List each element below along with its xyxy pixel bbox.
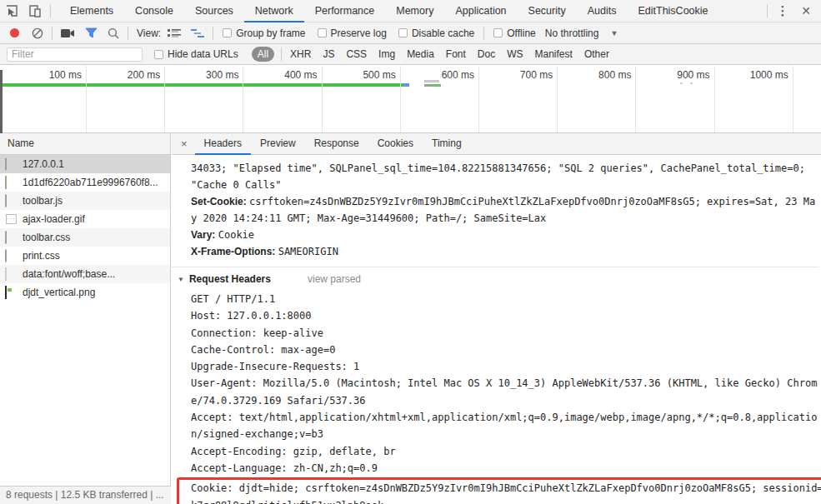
timeline-gridline (86, 66, 87, 132)
filter-type-js[interactable]: JS (323, 48, 334, 60)
divider (767, 4, 768, 17)
image-glyph (5, 176, 7, 189)
capture-screenshots-icon[interactable] (61, 28, 75, 38)
details-tabbar: × HeadersPreviewResponseCookiesTiming (172, 133, 821, 155)
record-icon[interactable] (10, 28, 19, 37)
request-name: print.css (23, 250, 60, 262)
request-name: toolbar.js (23, 195, 63, 207)
preserve-log-checkbox[interactable] (318, 28, 327, 37)
timeline-gridline (400, 66, 401, 132)
details-tab-timing[interactable]: Timing (423, 133, 471, 155)
inspect-element-icon[interactable] (0, 0, 23, 22)
filter-type-manifest[interactable]: Manifest (535, 48, 573, 60)
timeline-gridline (243, 66, 243, 132)
filter-input[interactable] (7, 47, 143, 62)
details-tab-preview[interactable]: Preview (251, 133, 305, 155)
request-name: 1d1df6220ab711e9996760f8... (23, 177, 158, 188)
tab-editthiscookie[interactable]: EditThisCookie (627, 0, 718, 22)
divider (483, 27, 484, 40)
request-header-line: User-Agent: Mozilla/5.0 (Macintosh; Inte… (191, 375, 819, 409)
response-header-line: Set-Cookie: csrftoken=z4sDnWBZDz5Y9zIvr0… (191, 193, 819, 227)
network-overview-timeline[interactable]: 100 ms200 ms300 ms400 ms500 ms600 ms700 … (0, 66, 821, 133)
show-overview-icon[interactable] (191, 28, 204, 38)
triangle-down-icon[interactable]: ▼ (178, 276, 184, 283)
request-row-toolbar-css[interactable]: toolbar.css (0, 228, 170, 247)
timeline-tick-label: 900 ms (645, 69, 710, 81)
throttling-select[interactable]: No throttling ▼ (545, 27, 618, 39)
group-by-frame-checkbox[interactable] (223, 28, 232, 37)
request-header-line: Cookie: djdt=hide; csrftoken=z4sDnWBZDz5… (191, 480, 821, 504)
filter-type-font[interactable]: Font (446, 48, 466, 60)
image-icon (5, 177, 18, 189)
tab-performance[interactable]: Performance (304, 0, 386, 22)
timeline-gridline (322, 66, 323, 132)
response-header-line: X-Frame-Options: SAMEORIGIN (191, 243, 819, 260)
request-row-127-0-0-1[interactable]: 127.0.0.1 (0, 155, 170, 173)
request-headers-section-header: ▼ Request Headers view parsed (178, 267, 819, 291)
request-details-pane: × HeadersPreviewResponseCookiesTiming 34… (172, 133, 821, 504)
details-tab-response[interactable]: Response (305, 133, 368, 155)
divider (281, 47, 282, 61)
details-tab-headers[interactable]: Headers (195, 133, 251, 155)
name-column-header[interactable]: Name (0, 133, 170, 155)
hide-data-urls-checkbox[interactable] (154, 50, 163, 59)
request-headers-title[interactable]: Request Headers (189, 273, 271, 285)
request-name: djdt_vertical.png (23, 287, 95, 298)
filter-type-css[interactable]: CSS (346, 48, 367, 60)
request-row-print-css[interactable]: print.css (0, 247, 170, 265)
filter-type-all[interactable]: All (252, 47, 274, 62)
request-name: toolbar.css (23, 232, 70, 243)
overview-small-bar-bottom (424, 84, 441, 87)
details-tab-cookies[interactable]: Cookies (368, 133, 423, 155)
offline-checkbox[interactable] (493, 28, 503, 37)
more-options-icon[interactable]: ⋮ (771, 0, 794, 22)
header-value: csrftoken=z4sDnWBZDz5Y9zIvr0mI9hJBmCciPu… (191, 196, 815, 224)
clear-icon[interactable] (32, 27, 43, 39)
view-parsed-toggle[interactable]: view parsed (308, 273, 361, 285)
request-row-data-font-woff-base[interactable]: data:font/woff;base... (0, 265, 170, 283)
tab-console[interactable]: Console (124, 0, 184, 22)
font-icon (5, 268, 18, 281)
header-value: 34033; "Elapsed time", SQLPanel_sql_time… (191, 162, 811, 191)
tab-sources[interactable]: Sources (184, 0, 244, 22)
request-header-line: Accept: text/html,application/xhtml+xml,… (191, 409, 819, 443)
filter-type-img[interactable]: Img (378, 48, 395, 60)
disable-cache-checkbox[interactable] (398, 28, 408, 37)
document-icon (5, 250, 18, 262)
device-toolbar-icon[interactable] (23, 0, 47, 22)
timeline-tick-label: 800 ms (566, 69, 631, 81)
tab-memory[interactable]: Memory (385, 0, 444, 22)
timeline-tick-label: 300 ms (173, 69, 238, 81)
request-header-line: GET / HTTP/1.1 (191, 291, 819, 307)
tab-audits[interactable]: Audits (577, 0, 628, 22)
request-header-line: Connection: keep-alive (191, 325, 819, 342)
tab-elements[interactable]: Elements (59, 0, 124, 22)
filter-type-other[interactable]: Other (584, 48, 609, 60)
timeline-tick-label: 1000 ms (723, 69, 788, 81)
overview-left-edge (0, 70, 3, 133)
tab-application[interactable]: Application (444, 0, 517, 22)
request-row-djdt-vertical-png[interactable]: djdt_vertical.png (0, 283, 170, 302)
close-devtools-icon[interactable]: ✕ (794, 0, 818, 22)
tab-security[interactable]: Security (518, 0, 577, 22)
tab-network[interactable]: Network (244, 0, 304, 22)
search-icon[interactable] (108, 27, 119, 39)
request-row-ajax-loader-gif[interactable]: ···ajax-loader.gif (0, 210, 170, 228)
request-row-1d1df6220ab711e9996760f8[interactable]: 1d1df6220ab711e9996760f8... (0, 173, 170, 192)
filter-type-ws[interactable]: WS (507, 48, 523, 60)
document-glyph (5, 249, 7, 262)
offline-checkbox-group: Offline (493, 27, 535, 39)
filter-icon[interactable] (85, 27, 98, 38)
panel-tabs: ElementsConsoleSourcesNetworkPerformance… (59, 0, 719, 22)
timeline-tick-label: 400 ms (253, 69, 318, 81)
large-request-rows-icon[interactable] (168, 28, 181, 38)
header-value: SAMEORIGIN (278, 246, 338, 257)
request-header-line: Upgrade-Insecure-Requests: 1 (191, 358, 819, 375)
group-by-frame-label: Group by frame (236, 27, 305, 39)
filter-type-media[interactable]: Media (407, 48, 434, 60)
request-row-toolbar-js[interactable]: toolbar.js (0, 192, 170, 210)
close-details-icon[interactable]: × (172, 137, 195, 150)
filter-type-xhr[interactable]: XHR (290, 48, 311, 60)
filter-type-doc[interactable]: Doc (478, 48, 495, 60)
image-loader-glyph: ··· (6, 214, 17, 224)
